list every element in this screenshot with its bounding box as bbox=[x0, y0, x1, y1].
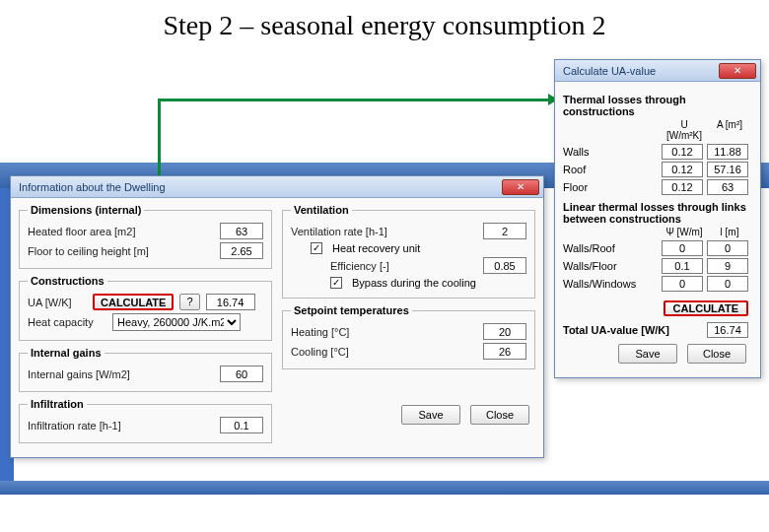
vent-rate-label: Ventilation rate [h-1] bbox=[291, 226, 439, 237]
walls-roof-l-input[interactable] bbox=[707, 240, 748, 256]
heat-capacity-label: Heat capacity bbox=[28, 316, 106, 328]
heat-recovery-label: Heat recovery unit bbox=[332, 242, 420, 254]
bypass-checkbox[interactable]: ✓ bbox=[330, 277, 342, 289]
walls-floor-l-input[interactable] bbox=[707, 258, 748, 274]
col-l-label: l [m] bbox=[707, 227, 752, 237]
heat-capacity-select[interactable]: Heavy, 260000 J/K.m2 bbox=[112, 313, 241, 331]
dwelling-titlebar: Information about the Dwelling ✕ bbox=[11, 176, 543, 198]
setpoint-group: Setpoint temperatures Heating [°C] Cooli… bbox=[282, 304, 535, 369]
ua-calculate-button[interactable]: CALCULATE bbox=[664, 300, 748, 316]
dimensions-group: Dimensions (internal) Heated floor area … bbox=[19, 204, 272, 269]
heating-input[interactable] bbox=[483, 323, 526, 340]
dwelling-title: Information about the Dwelling bbox=[19, 181, 502, 193]
ua-save-button[interactable]: Save bbox=[618, 344, 677, 364]
calculate-ua-button[interactable]: CALCULATE bbox=[93, 294, 174, 310]
internal-gains-input[interactable] bbox=[220, 366, 263, 382]
linear-header: Linear thermal losses through links betw… bbox=[563, 201, 752, 225]
roof-a-input[interactable] bbox=[707, 162, 748, 177]
floor-area-label: Heated floor area [m2] bbox=[28, 226, 175, 237]
col-a-label: A [m²] bbox=[707, 119, 752, 141]
walls-floor-label: Walls/Floor bbox=[563, 260, 662, 272]
setpoint-legend: Setpoint temperatures bbox=[291, 304, 412, 316]
walls-floor-psi-input[interactable] bbox=[662, 258, 703, 274]
walls-windows-label: Walls/Windows bbox=[563, 278, 662, 290]
heat-recovery-checkbox[interactable]: ✓ bbox=[311, 242, 322, 254]
walls-u-input[interactable] bbox=[662, 144, 703, 160]
close-icon[interactable]: ✕ bbox=[719, 63, 756, 79]
total-ua-input[interactable] bbox=[707, 322, 748, 338]
infiltration-input[interactable] bbox=[220, 417, 263, 433]
ua-titlebar: Calculate UA-value ✕ bbox=[555, 60, 760, 82]
vent-rate-input[interactable] bbox=[483, 223, 526, 239]
close-icon[interactable]: ✕ bbox=[502, 179, 539, 195]
internal-gains-label: Internal gains [W/m2] bbox=[28, 368, 175, 380]
dimensions-legend: Dimensions (internal) bbox=[28, 204, 144, 216]
walls-roof-label: Walls/Roof bbox=[563, 242, 662, 254]
roof-u-input[interactable] bbox=[662, 162, 703, 177]
save-button[interactable]: Save bbox=[401, 405, 460, 425]
floor-area-input[interactable] bbox=[220, 223, 263, 239]
height-label: Floor to ceiling height [m] bbox=[28, 245, 175, 257]
arrow-connector bbox=[158, 99, 548, 101]
internal-gains-legend: Internal gains bbox=[28, 347, 105, 359]
infiltration-legend: Infiltration bbox=[28, 398, 87, 410]
col-u-label: U [W/m²K] bbox=[662, 119, 707, 141]
total-ua-label: Total UA-value [W/K] bbox=[563, 324, 707, 336]
constructions-group: Constructions UA [W/K] CALCULATE ? Heat … bbox=[19, 275, 272, 341]
walls-roof-psi-input[interactable] bbox=[662, 240, 703, 256]
cooling-label: Cooling [°C] bbox=[291, 346, 439, 358]
ua-value-input[interactable] bbox=[206, 294, 255, 310]
ventilation-legend: Ventilation bbox=[291, 204, 352, 216]
heating-label: Heating [°C] bbox=[291, 326, 439, 338]
walls-a-input[interactable] bbox=[707, 144, 748, 160]
walls-windows-l-input[interactable] bbox=[707, 276, 748, 292]
ua-label: UA [W/K] bbox=[28, 297, 87, 308]
efficiency-input[interactable] bbox=[483, 257, 526, 274]
constructions-legend: Constructions bbox=[28, 275, 107, 287]
ua-title: Calculate UA-value bbox=[563, 65, 719, 77]
cooling-input[interactable] bbox=[483, 343, 526, 360]
walls-windows-psi-input[interactable] bbox=[662, 276, 703, 292]
floor-label: Floor bbox=[563, 181, 662, 193]
ventilation-group: Ventilation Ventilation rate [h-1] ✓ Hea… bbox=[282, 204, 535, 299]
bypass-label: Bypass during the cooling bbox=[352, 277, 476, 289]
slide-title: Step 2 – seasonal energy consumption 2 bbox=[0, 10, 769, 41]
help-button[interactable]: ? bbox=[179, 294, 199, 310]
roof-label: Roof bbox=[563, 164, 662, 175]
thermal-header: Thermal losses through constructions bbox=[563, 94, 752, 117]
floor-a-input[interactable] bbox=[707, 179, 748, 195]
infiltration-group: Infiltration Infiltration rate [h-1] bbox=[19, 398, 272, 443]
height-input[interactable] bbox=[220, 242, 263, 259]
close-button[interactable]: Close bbox=[470, 405, 529, 425]
internal-gains-group: Internal gains Internal gains [W/m2] bbox=[19, 347, 272, 392]
col-psi-label: Ψ [W/m] bbox=[662, 227, 707, 237]
floor-u-input[interactable] bbox=[662, 179, 703, 195]
efficiency-label: Efficiency [-] bbox=[330, 260, 429, 272]
walls-label: Walls bbox=[563, 146, 662, 158]
bg-stripe bbox=[0, 481, 769, 495]
infiltration-label: Infiltration rate [h-1] bbox=[28, 420, 175, 432]
ua-close-button[interactable]: Close bbox=[687, 344, 746, 364]
